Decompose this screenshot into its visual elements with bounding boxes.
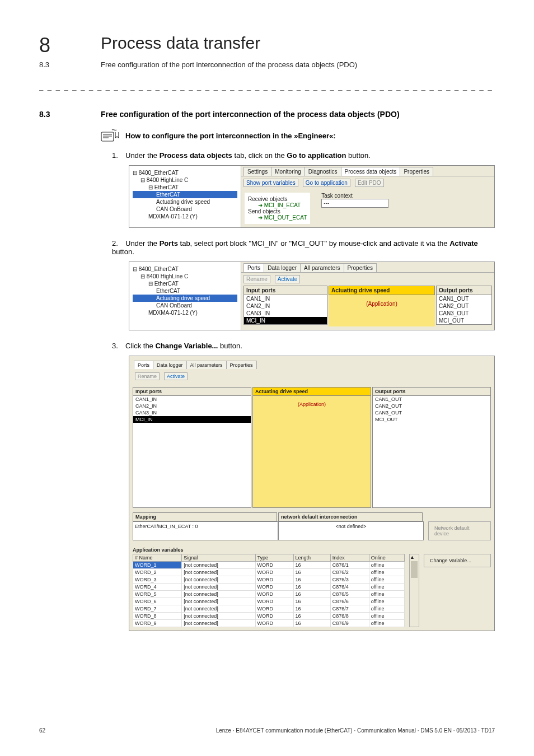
output-ports-list[interactable]: CAN1_OUTCAN2_OUTCAN3_OUTMCI_OUT — [436, 295, 492, 325]
input-ports-list[interactable]: CAN1_INCAN2_INCAN3_INMCI_IN — [243, 295, 327, 325]
network-value[interactable]: <not defined> — [278, 521, 424, 540]
network-default-device-button[interactable]: Network default device — [428, 521, 491, 540]
port-item[interactable]: MCI_IN — [244, 317, 327, 324]
table-row[interactable]: WORD_8[not connected]WORD16C876/8offline — [133, 613, 405, 620]
port-item[interactable]: CAN3_IN — [244, 310, 327, 317]
table-row[interactable]: WORD_3[not connected]WORD16C876/3offline — [133, 576, 405, 584]
page-number: 62 — [39, 727, 45, 734]
show-port-variables-button[interactable]: Show port variables — [243, 179, 298, 187]
procedure-heading: How to configure the port interconnectio… — [125, 132, 336, 140]
output-ports-list[interactable]: CAN1_OUTCAN2_OUTCAN3_OUTMCI_OUT — [372, 396, 491, 508]
subsection-title: Free configuration of the port interconn… — [101, 60, 357, 69]
tree-item[interactable]: MDXMA-071-12 (Y) — [133, 309, 237, 316]
tree-item[interactable]: EtherCAT — [133, 287, 237, 295]
screenshot-1: ⊟ 8400_EtherCAT⊟ 8400 HighLine C⊟ EtherC… — [129, 165, 495, 228]
activate-button[interactable]: Activate — [164, 372, 188, 380]
table-row[interactable]: WORD_6[not connected]WORD16C876/6offline — [133, 598, 405, 605]
port-item[interactable]: CAN2_IN — [244, 302, 327, 310]
tab-properties[interactable]: Properties — [344, 263, 377, 272]
procedure-icon — [101, 129, 120, 142]
edit-pdo-button[interactable]: Edit PDO — [355, 179, 384, 187]
port-item[interactable]: CAN2_OUT — [437, 302, 491, 310]
tab-monitoring[interactable]: Monitoring — [271, 167, 305, 176]
tree-item[interactable]: ⊟ 8400 HighLine C — [133, 273, 237, 280]
step-1: 1.Under the Process data objects tab, cl… — [112, 151, 495, 160]
table-header: Signal — [182, 554, 255, 562]
change-variable-button[interactable]: Change Variable... — [424, 554, 491, 567]
port-item[interactable]: MCI_IN — [133, 416, 251, 423]
go-to-application-button[interactable]: Go to application — [303, 179, 350, 187]
input-ports-header: Input ports — [243, 286, 327, 295]
subsection-number: 8.3 — [39, 60, 84, 69]
task-context-value[interactable]: --- — [321, 199, 388, 208]
port-item[interactable]: CAN2_OUT — [373, 403, 490, 409]
scrollbar[interactable]: ▲ — [409, 554, 419, 627]
svg-rect-0 — [101, 132, 114, 141]
table-row[interactable]: WORD_7[not connected]WORD16C876/7offline — [133, 605, 405, 613]
port-item[interactable]: CAN1_IN — [244, 295, 327, 302]
mapping-header: Mapping — [133, 512, 277, 521]
receive-objects-label: Receive objects — [248, 196, 307, 202]
table-row[interactable]: WORD_1[not connected]WORD16C876/1offline — [133, 562, 405, 569]
port-item[interactable]: CAN1_OUT — [373, 396, 490, 403]
tree-item[interactable]: ⊟ EtherCAT — [133, 280, 237, 287]
tree-item[interactable]: EtherCAT — [133, 191, 237, 198]
port-item[interactable]: CAN2_IN — [133, 403, 251, 409]
tab-bar: SettingsMonitoringDiagnosticsProcess dat… — [241, 166, 494, 176]
application-variables-label: Application variables — [133, 547, 491, 553]
port-item[interactable]: CAN3_IN — [133, 409, 251, 416]
tab-properties[interactable]: Properties — [226, 361, 257, 369]
port-item[interactable]: MCI_OUT — [437, 317, 491, 324]
app-header: Actuating drive speed — [252, 387, 371, 396]
tree-item[interactable]: CAN OnBoard — [133, 302, 237, 309]
step-2: 2.Under the Ports tab, select port block… — [112, 239, 495, 256]
send-object-item[interactable]: ➜ MCI_OUT_ECAT — [248, 214, 307, 221]
divider: _ _ _ _ _ _ _ _ _ _ _ _ _ _ _ _ _ _ _ _ … — [39, 82, 495, 91]
mapping-value[interactable]: EtherCAT/MCI_IN_ECAT : 0 — [133, 521, 278, 540]
tab-properties[interactable]: Properties — [400, 167, 433, 176]
table-header: Type — [255, 554, 293, 562]
tab-process-data-objects[interactable]: Process data objects — [341, 167, 401, 176]
output-ports-header: Output ports — [436, 286, 492, 295]
activate-button[interactable]: Activate — [275, 275, 301, 283]
port-item[interactable]: CAN3_OUT — [373, 409, 490, 416]
tree-item[interactable]: Actuating drive speed — [133, 198, 237, 206]
receive-object-item[interactable]: ➜ MCI_IN_ECAT — [248, 202, 307, 208]
tree-item[interactable]: MDXMA-071-12 (Y) — [133, 213, 237, 220]
table-row[interactable]: WORD_9[not connected]WORD16C876/9offline — [133, 620, 405, 627]
rename-button[interactable]: Rename — [135, 372, 160, 380]
port-item[interactable]: CAN1_IN — [133, 396, 251, 403]
table-header: Online — [369, 554, 404, 562]
screenshot-2: ⊟ 8400_EtherCAT⊟ 8400 HighLine C⊟ EtherC… — [129, 262, 495, 330]
tab-ports[interactable]: Ports — [243, 263, 264, 272]
rename-button[interactable]: Rename — [243, 275, 270, 283]
application-variables-table[interactable]: # NameSignalTypeLengthIndexOnline WORD_1… — [133, 554, 405, 627]
tree-item[interactable]: ⊟ 8400 HighLine C — [133, 176, 237, 184]
tree-item[interactable]: CAN OnBoard — [133, 206, 237, 213]
table-header: # Name — [133, 554, 182, 562]
table-row[interactable]: WORD_2[not connected]WORD16C876/2offline — [133, 569, 405, 576]
tab-data-logger[interactable]: Data logger — [264, 263, 301, 272]
tree-item[interactable]: Actuating drive speed — [133, 295, 237, 302]
send-objects-label: Send objects — [248, 208, 307, 214]
tab-all-parameters[interactable]: All parameters — [300, 263, 344, 272]
tab-all-parameters[interactable]: All parameters — [186, 361, 227, 369]
tab-settings[interactable]: Settings — [243, 167, 271, 176]
tree-item[interactable]: ⊟ 8400_EtherCAT — [133, 265, 237, 273]
project-tree[interactable]: ⊟ 8400_EtherCAT⊟ 8400 HighLine C⊟ EtherC… — [129, 262, 241, 330]
input-ports-list[interactable]: CAN1_INCAN2_INCAN3_INMCI_IN — [133, 396, 251, 508]
tree-item[interactable]: ⊟ EtherCAT — [133, 184, 237, 191]
port-item[interactable]: CAN3_OUT — [437, 310, 491, 317]
tab-data-logger[interactable]: Data logger — [153, 361, 187, 369]
table-header: Index — [330, 554, 369, 562]
output-ports-header: Output ports — [372, 387, 491, 396]
tab-diagnostics[interactable]: Diagnostics — [305, 167, 341, 176]
project-tree[interactable]: ⊟ 8400_EtherCAT⊟ 8400 HighLine C⊟ EtherC… — [129, 166, 241, 227]
tab-ports[interactable]: Ports — [134, 361, 153, 369]
port-item[interactable]: MCI_OUT — [373, 416, 490, 423]
table-row[interactable]: WORD_5[not connected]WORD16C876/5offline — [133, 591, 405, 598]
screenshot-3: PortsData loggerAll parametersProperties… — [129, 356, 495, 631]
port-item[interactable]: CAN1_OUT — [437, 295, 491, 302]
table-row[interactable]: WORD_4[not connected]WORD16C876/4offline — [133, 584, 405, 591]
tree-item[interactable]: ⊟ 8400_EtherCAT — [133, 169, 237, 176]
